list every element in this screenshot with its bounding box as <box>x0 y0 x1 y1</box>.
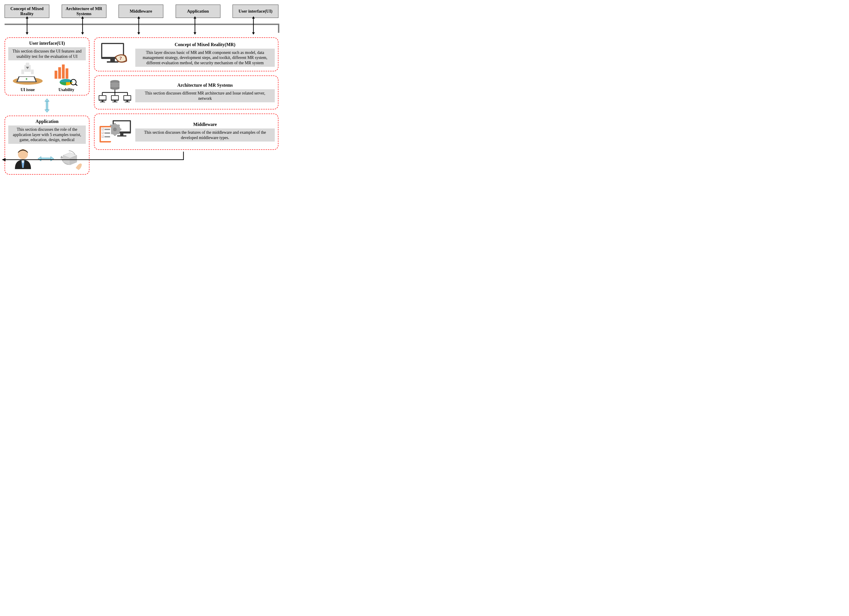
top-box-architecture: Architecture of MR Systems <box>62 4 106 18</box>
svg-rect-25 <box>58 67 61 79</box>
svg-marker-10 <box>194 16 196 19</box>
svg-marker-96 <box>2 158 6 161</box>
svg-rect-65 <box>114 101 116 101</box>
svg-text:✦: ✦ <box>25 77 28 81</box>
section-architecture: Architecture of MR Systems This section … <box>94 76 279 109</box>
top-box-middleware: Middleware <box>119 4 163 18</box>
svg-rect-80 <box>119 128 121 130</box>
svg-marker-7 <box>137 16 140 19</box>
svg-rect-88 <box>104 133 110 134</box>
svg-point-53 <box>110 85 119 87</box>
svg-text:✓: ✓ <box>102 132 104 134</box>
svg-rect-60 <box>99 96 106 100</box>
double-arrow-icon <box>251 16 256 35</box>
top-box-ui: User interface(UI) <box>232 4 279 18</box>
section-application: Application This section discusses the r… <box>4 116 89 175</box>
svg-rect-89 <box>104 136 110 137</box>
section-concept: ? Concept of Mixed Reality(MR) This laye… <box>94 37 279 72</box>
svg-rect-22 <box>31 70 34 74</box>
top-category-row: Concept of Mixed Reality Architecture of… <box>4 4 279 18</box>
svg-rect-78 <box>114 134 116 136</box>
svg-rect-66 <box>112 101 118 102</box>
section-mw-body: This section discusses the features of t… <box>135 128 275 142</box>
section-arch-body: This section discusses different MR arch… <box>135 89 275 102</box>
svg-marker-8 <box>137 32 140 35</box>
svg-marker-32 <box>45 110 49 112</box>
svg-rect-30 <box>46 101 48 110</box>
svg-marker-2 <box>26 32 28 35</box>
svg-marker-5 <box>81 32 84 35</box>
svg-rect-87 <box>104 129 110 130</box>
svg-rect-62 <box>100 101 105 102</box>
svg-marker-1 <box>26 16 28 19</box>
svg-marker-11 <box>194 32 196 35</box>
double-arrow-vert-icon <box>44 98 50 112</box>
svg-marker-14 <box>252 32 255 35</box>
section-concept-title: Concept of Mixed Reality(MR) <box>135 42 275 47</box>
double-arrow-icon <box>25 16 29 35</box>
svg-text:✓: ✓ <box>102 128 104 131</box>
connector-bar <box>4 19 279 35</box>
svg-text:✓: ✓ <box>102 136 104 138</box>
svg-marker-13 <box>252 16 255 19</box>
svg-rect-77 <box>114 123 116 125</box>
monitor-book-icon: ? <box>98 40 132 68</box>
svg-rect-46 <box>110 59 115 61</box>
svg-rect-47 <box>107 61 118 63</box>
double-arrow-icon <box>80 16 85 35</box>
middleware-app-connector <box>94 154 279 168</box>
section-app-body: This section discusses the role of the a… <box>8 125 86 144</box>
svg-marker-4 <box>81 16 84 19</box>
svg-rect-26 <box>62 64 65 79</box>
svg-rect-27 <box>66 69 69 79</box>
usability-label: Usability <box>51 87 83 92</box>
ui-app-arrow <box>4 98 89 113</box>
section-arch-title: Architecture of MR Systems <box>135 83 275 88</box>
svg-rect-68 <box>124 96 131 100</box>
elbow-arrow-icon <box>0 152 186 166</box>
double-arrow-icon <box>193 16 197 35</box>
double-arrow-icon <box>137 16 141 35</box>
section-app-title: Application <box>8 119 86 124</box>
svg-rect-69 <box>127 101 128 101</box>
svg-rect-24 <box>55 71 57 79</box>
server-network-icon <box>98 79 132 106</box>
svg-rect-73 <box>120 134 124 135</box>
svg-line-29 <box>75 84 78 86</box>
section-middleware: ✓ ✓ ✓ Middleware This section discusses … <box>94 113 279 150</box>
section-ui: User interface(UI) This section discusse… <box>4 37 89 95</box>
middleware-icon: ✓ ✓ ✓ <box>98 117 132 146</box>
section-mw-title: Middleware <box>135 122 275 127</box>
ui-issue-icon: ✦ <box>12 63 44 86</box>
svg-text:?: ? <box>119 55 122 61</box>
svg-rect-64 <box>112 96 118 100</box>
svg-rect-61 <box>101 101 103 101</box>
svg-rect-21 <box>21 70 24 74</box>
usability-icon <box>51 63 83 86</box>
svg-rect-70 <box>125 101 130 102</box>
svg-point-76 <box>113 128 117 131</box>
top-box-concept: Concept of Mixed Reality <box>4 4 49 18</box>
top-box-application: Application <box>176 4 220 18</box>
svg-marker-31 <box>45 98 49 101</box>
section-ui-title: User interface(UI) <box>8 40 86 46</box>
section-ui-body: This section discusses the UI features a… <box>8 47 86 60</box>
svg-rect-74 <box>117 135 127 137</box>
ui-issue-label: UI issue <box>12 87 44 92</box>
section-concept-body: This layer discuss basic of MR and MR co… <box>135 49 275 67</box>
